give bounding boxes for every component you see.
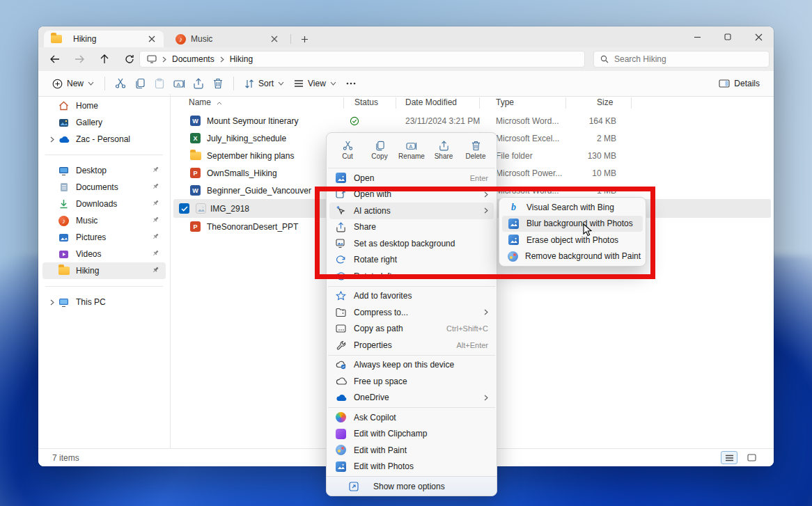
menu-item-set-as-desktop-background[interactable]: Set as desktop background xyxy=(329,235,494,252)
share-icon[interactable] xyxy=(189,74,208,93)
sidebar-item-downloads[interactable]: Downloads xyxy=(42,196,166,212)
delete-button[interactable]: Delete xyxy=(461,137,490,164)
sidebar-item-pictures[interactable]: Pictures xyxy=(42,229,166,246)
large-thumbnails-view-button[interactable] xyxy=(743,451,760,464)
delete-icon[interactable] xyxy=(208,74,228,93)
refresh-icon[interactable] xyxy=(119,50,140,68)
menu-item-ai-actions[interactable]: AI actions xyxy=(329,203,494,219)
tab-hiking[interactable]: Hiking xyxy=(44,31,164,47)
menu-item-show-more-options[interactable]: Show more options xyxy=(327,476,497,496)
sidebar-divider xyxy=(45,286,163,287)
new-button[interactable]: New xyxy=(47,74,99,93)
file-row[interactable]: W Mount Seymour Itinerary 23/11/2024 3:2… xyxy=(171,112,774,129)
sidebar-item-home[interactable]: Home xyxy=(42,97,166,114)
paint-icon xyxy=(335,444,347,456)
sidebar-item-gallery[interactable]: Gallery xyxy=(42,114,166,131)
share-button[interactable]: Share xyxy=(429,137,458,164)
tab-close-icon[interactable] xyxy=(269,33,280,45)
copy-icon[interactable] xyxy=(130,74,150,93)
search-box[interactable] xyxy=(593,51,770,68)
tab-music[interactable]: ♪ Music xyxy=(169,31,286,47)
column-status[interactable]: Status xyxy=(354,97,378,107)
menu-item-compress-to[interactable]: Compress to... xyxy=(329,304,494,321)
more-options-icon[interactable] xyxy=(341,74,361,93)
menu-item-open[interactable]: Open Enter xyxy=(329,170,494,187)
search-input[interactable] xyxy=(614,54,754,64)
address-bar[interactable]: Documents Hiking xyxy=(139,51,585,68)
sort-label: Sort xyxy=(258,79,274,88)
svg-text:A: A xyxy=(409,143,412,149)
sidebar: Home Gallery Zac - Personal xyxy=(38,94,171,448)
synced-status-icon xyxy=(349,116,360,126)
folder-icon xyxy=(50,33,62,45)
sort-button[interactable]: Sort xyxy=(240,74,289,93)
menu-item-ask-copilot[interactable]: Ask Copilot xyxy=(329,409,494,426)
menu-item-copy-as-path[interactable]: Copy as path Ctrl+Shift+C xyxy=(329,321,494,338)
submenu-item-erase-object-with-photos[interactable]: Erase object with Photos xyxy=(502,232,643,248)
menu-item-rotate-right[interactable]: Rotate right xyxy=(329,252,494,269)
chevron-right-icon[interactable] xyxy=(47,136,58,143)
menu-item-add-to-favorites[interactable]: Add to favorites xyxy=(329,288,494,305)
sidebar-item-desktop[interactable]: Desktop xyxy=(42,162,166,179)
column-date-modified[interactable]: Date Modified xyxy=(405,97,457,107)
checkbox-checked-icon[interactable] xyxy=(179,203,189,214)
view-button[interactable]: View xyxy=(289,74,341,93)
sidebar-item-this-pc[interactable]: This PC xyxy=(42,294,166,310)
pc-icon xyxy=(58,297,70,308)
tab-close-icon[interactable] xyxy=(146,33,157,45)
menu-item-onedrive[interactable]: OneDrive xyxy=(329,390,494,406)
menu-item-free-up-space[interactable]: Free up space xyxy=(329,373,494,390)
submenu-item-blur-background-with-photos[interactable]: Blur background with Photos xyxy=(502,216,643,232)
up-icon[interactable] xyxy=(94,50,115,68)
submenu-item-remove-background-with-paint[interactable]: Remove background with Paint xyxy=(502,248,643,265)
menu-item-rotate-left[interactable]: Rotate left xyxy=(329,268,494,285)
minimize-button[interactable] xyxy=(682,26,712,47)
chevron-right-icon[interactable] xyxy=(47,299,58,306)
pin-icon xyxy=(152,199,159,207)
menu-item-edit-with-clipchamp[interactable]: Edit with Clipchamp xyxy=(329,426,494,443)
column-type[interactable]: Type xyxy=(496,97,514,107)
menu-item-share[interactable]: Share xyxy=(329,219,494,236)
breadcrumb-documents[interactable]: Documents xyxy=(172,54,214,64)
sidebar-item-videos[interactable]: Videos xyxy=(42,246,166,262)
context-menu: Cut Copy A Rename Share Delete Open xyxy=(326,132,497,496)
sort-icon xyxy=(244,79,254,88)
back-icon[interactable] xyxy=(44,50,65,68)
breadcrumb-hiking[interactable]: Hiking xyxy=(230,54,253,64)
rename-button[interactable]: A Rename xyxy=(397,137,426,164)
column-header-row: Name Status Date Modified Type Size xyxy=(171,95,774,111)
close-button[interactable] xyxy=(743,26,774,47)
copy-button[interactable]: Copy xyxy=(365,137,394,164)
menu-item-always-keep-on-this-device[interactable]: Always keep on this device xyxy=(329,357,494,374)
copilot-icon xyxy=(335,411,347,423)
submenu-item-visual-search-with-bing[interactable]: b Visual Search with Bing xyxy=(502,199,643,216)
cut-button[interactable]: Cut xyxy=(333,137,362,164)
sidebar-item-onedrive-personal[interactable]: Zac - Personal xyxy=(42,131,166,148)
sidebar-item-hiking[interactable]: Hiking xyxy=(42,262,166,279)
context-menu-command-bar: Cut Copy A Rename Share Delete xyxy=(327,133,497,166)
powerpoint-file-icon: P xyxy=(189,167,201,179)
maximize-button[interactable] xyxy=(712,26,743,47)
rename-icon[interactable]: A xyxy=(169,74,189,93)
home-icon xyxy=(58,100,70,112)
column-name[interactable]: Name xyxy=(189,97,222,107)
desktop-background-icon xyxy=(335,237,347,249)
sidebar-item-documents[interactable]: Documents xyxy=(42,179,166,196)
sidebar-item-music[interactable]: ♪ Music xyxy=(42,212,166,229)
cloud-check-icon xyxy=(335,359,347,371)
details-view-button[interactable] xyxy=(721,451,737,464)
column-size[interactable]: Size xyxy=(597,97,613,107)
items-count: 7 items xyxy=(52,453,79,463)
new-tab-button[interactable] xyxy=(297,33,311,45)
bing-icon: b xyxy=(508,201,520,213)
details-pane-button[interactable]: Details xyxy=(714,74,765,93)
menu-item-properties[interactable]: Properties Alt+Enter xyxy=(329,337,494,354)
menu-item-edit-with-paint[interactable]: Edit with Paint xyxy=(329,442,494,459)
forward-icon[interactable] xyxy=(69,50,90,68)
menu-item-edit-with-photos[interactable]: Edit with Photos xyxy=(329,459,494,475)
music-icon: ♪ xyxy=(175,34,186,45)
cut-icon[interactable] xyxy=(111,74,130,93)
chevron-right-icon xyxy=(484,395,488,401)
menu-item-open-with[interactable]: Open with xyxy=(329,187,494,203)
paste-icon[interactable] xyxy=(150,74,169,93)
